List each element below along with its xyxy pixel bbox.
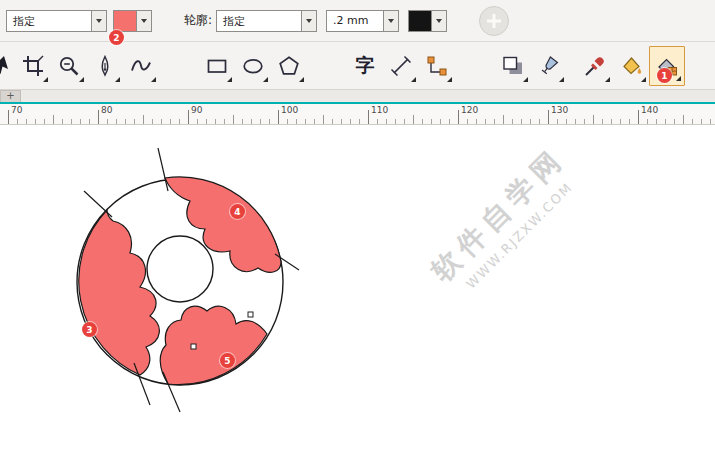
fill-color-swatch[interactable] [114,11,136,31]
polygon-tool[interactable] [271,46,307,86]
paint-bucket-icon [620,55,642,77]
chevron-down-icon[interactable] [136,11,151,31]
ruler-number: 100 [281,105,298,115]
pick-cursor-icon [0,55,13,77]
eyedropper-icon [584,55,606,77]
callout-badge-2: 2 [109,30,124,45]
ellipse-icon [242,55,264,77]
text-tool[interactable]: 字 [347,46,383,86]
add-button[interactable] [479,6,509,36]
fill-style-value: 指定 [7,11,91,31]
outline-width-dropdown[interactable]: .2 mm [326,10,399,32]
text-tool-icon: 字 [356,56,375,75]
outline-label: 轮廓: [184,12,212,29]
transparency-glass-icon [538,55,560,77]
ruler-number: 120 [461,105,478,115]
crop-icon [22,55,44,77]
ruler-number: 70 [11,105,22,115]
polygon-icon [278,55,300,77]
chevron-down-icon[interactable] [431,11,446,31]
chevron-down-glyph [436,19,442,23]
horizontal-ruler: 708090100110120130140 [0,104,715,125]
freehand-curve-icon [130,55,152,77]
ruler-number: 140 [641,105,658,115]
toolbar-separator [567,46,577,86]
dimension-tool[interactable] [383,46,419,86]
chevron-down-glyph [388,19,394,23]
crop-tool[interactable] [15,46,51,86]
toolbar-separator [455,46,495,86]
dimension-icon [390,55,412,77]
toolbox: 字 [0,42,715,90]
chevron-down-icon[interactable] [91,11,106,31]
zoom-out-icon [58,55,80,77]
property-bar: 指定 轮廓: 指定 .2 mm [0,0,715,42]
ruler-number: 80 [101,105,112,115]
callout-badge-3: 3 [82,322,97,337]
callout-badge-1: 1 [657,68,672,83]
app-window: 指定 轮廓: 指定 .2 mm [0,0,715,470]
transparency-tool[interactable] [531,46,567,86]
curve-node-handle[interactable] [191,344,196,349]
rectangle-icon [206,55,228,77]
callout-badge-4: 4 [230,204,245,219]
chevron-down-icon[interactable] [301,11,316,31]
chevron-down-glyph [96,19,102,23]
smart-fill-tool[interactable] [613,46,649,86]
outline-color-swatch[interactable] [409,11,431,31]
curve-node-handle[interactable] [248,312,253,317]
pen-tool[interactable] [87,46,123,86]
drop-shadow-icon [502,55,524,77]
drop-shadow-tool[interactable] [495,46,531,86]
pick-tool[interactable] [0,46,15,86]
outline-color-picker[interactable] [408,10,447,32]
chevron-down-glyph [306,19,312,23]
ruler-major-ticks [8,110,715,124]
document-canvas[interactable]: 软件自学网 WWW.RJZXW.COM 3 4 5 [0,125,715,470]
inner-circle-shape[interactable] [147,236,213,302]
ruler-number: 90 [191,105,202,115]
toolbar-separator [159,46,199,86]
freehand-tool[interactable] [123,46,159,86]
chevron-down-glyph [141,19,147,23]
toolbar-separator [307,46,347,86]
outline-width-value: .2 mm [327,11,383,31]
fill-color-picker[interactable] [113,10,152,32]
connector-tool[interactable] [419,46,455,86]
document-tab-strip: + [0,90,715,104]
outline-style-dropdown[interactable]: 指定 [216,10,317,32]
outline-style-value: 指定 [217,11,301,31]
ruler-number: 130 [551,105,568,115]
ellipse-tool[interactable] [235,46,271,86]
pen-nib-icon [94,55,116,77]
add-page-tab[interactable]: + [0,90,21,102]
callout-badge-5: 5 [220,353,235,368]
ruler-number: 110 [371,105,388,115]
drawing-layer [0,125,715,470]
construction-line [84,191,112,217]
color-eyedropper-tool[interactable] [577,46,613,86]
rectangle-tool[interactable] [199,46,235,86]
chevron-down-icon[interactable] [383,11,398,31]
zoom-out-tool[interactable] [51,46,87,86]
fill-style-dropdown[interactable]: 指定 [6,10,107,32]
connector-icon [426,55,448,77]
